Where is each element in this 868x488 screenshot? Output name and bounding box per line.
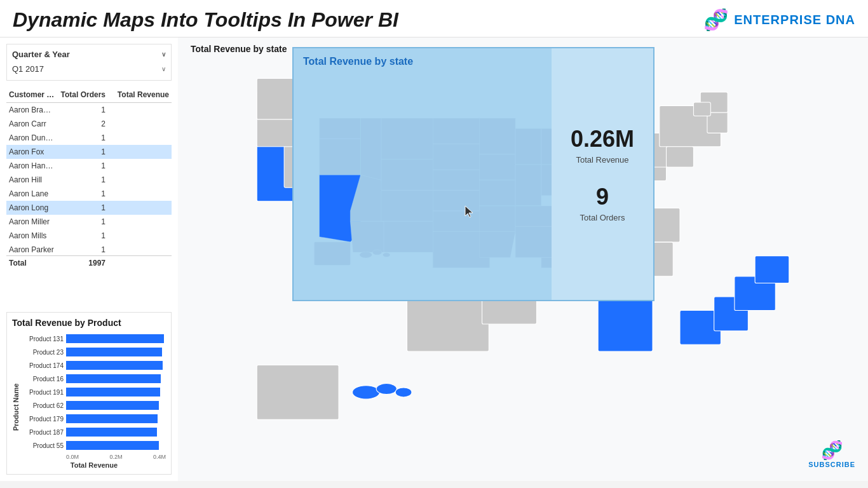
bar-container [66, 348, 166, 356]
bar-label: Product 62 [22, 402, 64, 409]
bar-chart-wrapper: Product Name Product 131 Product 23 Prod… [12, 333, 166, 469]
bar-row: Product 16 [22, 373, 166, 384]
svg-marker-75 [541, 128, 552, 165]
total-orders-value: 9 [580, 184, 625, 210]
revenue-val [107, 119, 170, 129]
page-header: Dynamic Maps Into Tooltips In Power BI 🧬… [0, 0, 868, 37]
svg-marker-63 [433, 170, 479, 190]
tooltip-overlay: Total Revenue by state [292, 47, 654, 301]
bar-container [66, 334, 166, 343]
table-total-row: Total 1997 [6, 255, 172, 270]
filter-label[interactable]: Quarter & Year ∨ [12, 50, 166, 59]
table-row[interactable]: Aaron Hanson 1 [6, 159, 172, 173]
order-count: 1 [56, 161, 107, 171]
axis-tick: 0.4M [153, 454, 166, 460]
order-count: 1 [56, 175, 107, 185]
order-count: 1 [56, 231, 107, 241]
table-row[interactable]: Aaron Fox 1 [6, 145, 172, 159]
customer-name: Aaron Carr [8, 119, 56, 129]
subscribe-area[interactable]: 🧬 SUBSCRIBE [808, 440, 855, 468]
bar-row: Product 55 [22, 440, 166, 451]
svg-marker-71 [479, 232, 515, 258]
brand-dna-icon: 🧬 [703, 8, 729, 32]
svg-marker-79 [541, 257, 552, 268]
table-row[interactable]: Aaron Bradley 1 [6, 103, 172, 117]
bar-row: Product 191 [22, 386, 166, 398]
table-row[interactable]: Aaron Duncan 1 [6, 131, 172, 145]
subscribe-dna-icon: 🧬 [808, 440, 855, 461]
table-row[interactable]: Aaron Carr 2 [6, 117, 172, 131]
customer-name: Aaron Fox [8, 147, 56, 157]
col-total-orders[interactable]: Total Orders [56, 90, 107, 100]
col-customer-names[interactable]: Customer Names [8, 90, 56, 100]
order-count: 1 [56, 203, 107, 213]
bar-container [66, 374, 166, 383]
svg-marker-51 [320, 118, 361, 139]
customer-name: Aaron Parker [8, 245, 56, 255]
tooltip-map-area: Total Revenue by state [294, 48, 552, 300]
subscribe-label: SUBSCRIBE [808, 461, 855, 468]
total-label: Total [8, 258, 56, 268]
left-panel: Quarter & Year ∨ Q1 2017 ∨ Customer Name… [0, 37, 178, 481]
svg-marker-57 [381, 118, 433, 159]
svg-point-44 [353, 386, 380, 399]
svg-marker-62 [433, 144, 479, 170]
table-row[interactable]: Aaron Miller 1 [6, 215, 172, 229]
table-row[interactable]: Aaron Hill 1 [6, 173, 172, 187]
brand-name: ENTERPRISE DNA [734, 13, 855, 27]
svg-marker-54 [361, 118, 381, 180]
table-body: Aaron Bradley 1 Aaron Carr 2 Aaron Dunca… [6, 103, 172, 255]
bar-row: Product 62 [22, 400, 166, 411]
svg-marker-69 [479, 180, 515, 206]
bar-fill [66, 374, 161, 383]
revenue-val [107, 133, 170, 143]
bar-container [66, 428, 166, 437]
bar-label: Product 187 [22, 429, 64, 436]
customer-name: Aaron Hanson [8, 161, 56, 171]
svg-marker-73 [515, 165, 541, 206]
col-total-revenue[interactable]: Total Revenue [107, 90, 170, 100]
svg-rect-50 [755, 256, 789, 283]
bar-row: Product 174 [22, 360, 166, 371]
customer-table: Customer Names Total Orders Total Revenu… [6, 87, 172, 306]
bar-fill [66, 441, 159, 450]
axis-tick: 0.0M [66, 454, 79, 460]
revenue-val [107, 175, 170, 185]
bar-container [66, 401, 166, 410]
bar-chart-section: Total Revenue by Product Product Name Pr… [6, 312, 172, 475]
svg-marker-64 [433, 191, 479, 211]
bar-chart: Product 131 Product 23 Product 174 Produ… [22, 333, 166, 451]
bar-fill [66, 401, 159, 410]
table-row[interactable]: Aaron Parker 1 [6, 243, 172, 255]
filter-value[interactable]: Q1 2017 ∨ [12, 63, 166, 75]
customer-name: Aaron Miller [8, 217, 56, 227]
svg-point-82 [360, 252, 372, 258]
table-row[interactable]: Aaron Lane 1 [6, 187, 172, 201]
svg-marker-70 [479, 206, 515, 232]
filter-chevron-icon: ∨ [161, 51, 166, 58]
customer-name: Aaron Mills [8, 231, 56, 241]
svg-rect-41 [693, 102, 710, 116]
bar-row: Product 131 [22, 333, 166, 344]
bar-label: Product 174 [22, 362, 64, 369]
bar-fill [66, 414, 158, 423]
svg-marker-77 [515, 206, 552, 226]
total-orders-stat: 9 Total Orders [580, 184, 625, 222]
table-row[interactable]: Aaron Long 1 [6, 201, 172, 215]
svg-marker-78 [515, 226, 552, 257]
svg-marker-60 [384, 221, 433, 252]
bar-row: Product 179 [22, 413, 166, 424]
order-count: 1 [56, 217, 107, 227]
order-count: 1 [56, 105, 107, 115]
revenue-val [107, 161, 170, 171]
bar-container [66, 361, 166, 370]
filter-value-chevron-icon: ∨ [161, 65, 166, 72]
table-header: Customer Names Total Orders Total Revenu… [6, 87, 172, 103]
axis-tick: 0.2M [109, 454, 122, 460]
order-count: 2 [56, 119, 107, 129]
bar-container [66, 388, 166, 396]
tooltip-title: Total Revenue by state [303, 56, 413, 67]
total-revenue-label: Total Revenue [571, 155, 634, 165]
table-row[interactable]: Aaron Mills 1 [6, 229, 172, 243]
order-count: 1 [56, 133, 107, 143]
